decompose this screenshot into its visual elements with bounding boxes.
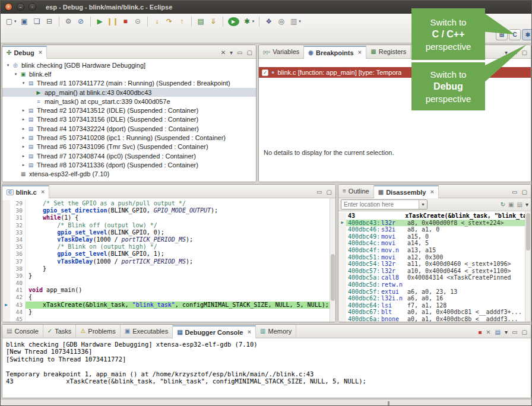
code-line[interactable]: 40	[2, 280, 335, 287]
expand-arrow-icon[interactable]: ▸	[20, 144, 27, 149]
tab-registers[interactable]: ▦Registers	[366, 45, 411, 58]
debug-tree-item[interactable]: ▾◎blink checking [GDB Hardware Debugging…	[2, 61, 256, 69]
code-line[interactable]: ▶43 xTaskCreate(&blink_task, "blink_task…	[2, 302, 335, 309]
close-icon[interactable]: ✕	[430, 189, 434, 195]
close-icon[interactable]: ✕	[39, 50, 43, 55]
maximize-icon[interactable]: ▢	[522, 189, 527, 195]
tab-tasks[interactable]: ✓Tasks	[43, 325, 77, 338]
open-console-dropdown-icon[interactable]: ▾	[505, 329, 508, 335]
disassembly-row[interactable]: 400dbc6a:bnonea0, a1, 0x400dbc8b <__addd…	[338, 316, 531, 322]
tab-breakpoints[interactable]: ◉Breakpoints✕	[304, 46, 366, 59]
expand-arrow-icon[interactable]: ▸	[20, 126, 27, 131]
close-icon[interactable]: ✕	[41, 189, 45, 195]
build-icon[interactable]: ⚙	[63, 16, 74, 27]
maximize-icon[interactable]: ▢	[522, 329, 527, 335]
tab-memory[interactable]: ▥Memory	[256, 325, 296, 338]
minimize-icon[interactable]: ▭	[316, 189, 322, 195]
tab-debugger-console[interactable]: ▤Debugger Console✕	[173, 325, 256, 338]
debug-dropdown-icon[interactable]: ▾	[252, 19, 255, 24]
minimize-icon[interactable]: ▭	[237, 50, 242, 56]
collapse-arrow-icon[interactable]: ▾	[12, 72, 19, 77]
show-source-icon[interactable]: ▣	[508, 202, 514, 208]
minimize-icon[interactable]: ▭	[512, 189, 517, 195]
location-input[interactable]	[341, 200, 419, 209]
display-selected-console-icon[interactable]: ▤	[495, 329, 501, 335]
minimize-icon[interactable]: ▭	[512, 329, 517, 335]
refresh-icon[interactable]: ↻	[501, 202, 505, 208]
suspend-icon[interactable]: ❙❙	[107, 16, 119, 27]
tab-blink-c[interactable]: Cblink.c✕	[2, 185, 49, 198]
debug-tree-item[interactable]: ▸▤Thread #3 1073413156 (IDLE) (Suspended…	[2, 115, 256, 124]
skip-all-breakpoints-icon[interactable]: ⊘	[75, 16, 87, 27]
code-line[interactable]: 30 gpio_set_direction(BLINK_GPIO, GPIO_M…	[2, 207, 335, 214]
code-line[interactable]: 35 /* Blink on (output high) */	[2, 243, 335, 250]
debug-tree-item[interactable]: ≡main_task() at cpu_start.c:339 0x400d05…	[2, 97, 256, 106]
view-menu-icon[interactable]: ▾	[230, 50, 233, 56]
expand-arrow-icon[interactable]: ▸	[20, 135, 27, 140]
window-close-button[interactable]: ✕	[5, 3, 12, 11]
terminate-icon[interactable]: ■	[120, 16, 131, 27]
combo-dropdown-icon[interactable]: ▼	[419, 200, 427, 209]
breakpoint-row[interactable]: ✓ ● blink.c [function: app_main] [type: …	[259, 67, 531, 78]
step-over-icon[interactable]: ↷	[164, 16, 175, 27]
editor-scrollbar[interactable]	[330, 198, 335, 322]
minimize-icon[interactable]: ▭	[512, 50, 517, 56]
disassembly-row[interactable]: 400dbc54:l32ra11, 0x400d0460 <_stext+109…	[338, 261, 531, 268]
close-icon[interactable]: ✕	[247, 329, 251, 335]
location-combo[interactable]: ▼	[341, 199, 428, 210]
code-line[interactable]: 29 /* Set the GPIO as a push/pull output…	[2, 200, 335, 207]
disassembly-row[interactable]: 400dbc5f:extuia6, a0, 23, 13	[338, 288, 531, 296]
run-icon[interactable]: ▶	[228, 17, 239, 26]
code-line[interactable]: 42{	[2, 294, 335, 301]
tab-console[interactable]: ▤Console	[2, 325, 43, 338]
code-line[interactable]: 34 vTaskDelay(1000 / portTICK_PERIOD_MS)…	[2, 236, 335, 243]
collapse-arrow-icon[interactable]: ▾	[5, 63, 11, 68]
disasm-menu-icon[interactable]: ▾	[525, 202, 528, 208]
search-icon[interactable]: ◎	[276, 16, 287, 27]
debug-tree-item[interactable]: ▾▣blink.elf	[2, 69, 256, 78]
disassembly-row[interactable]: 400dbc46:s32ia8, a1, 0	[338, 226, 531, 233]
maximize-icon[interactable]: ▢	[327, 189, 332, 195]
new-wizard-icon[interactable]: ▢	[4, 16, 15, 27]
disassembly-row[interactable]: 400dbc4c:movia14, 5	[338, 240, 531, 247]
disassembly-row[interactable]: 43 xTaskCreate(&blink_task, "blink_tas	[338, 212, 531, 220]
code-line[interactable]: 37 vTaskDelay(1000 / portTICK_PERIOD_MS)…	[2, 258, 335, 265]
debug-tree-item[interactable]: ▸▤Thread #7 1073408744 (ipc0) (Suspended…	[2, 151, 256, 160]
code-line[interactable]: 41void app_main()	[2, 287, 335, 294]
disconnect-icon[interactable]: ⊝	[132, 16, 144, 27]
debug-tree-item[interactable]: ▸▤Thread #4 1073432224 (dport) (Suspende…	[2, 124, 256, 133]
code-line[interactable]: 33 gpio_set_level(BLINK_GPIO, 0);	[2, 229, 335, 236]
tab-disassembly[interactable]: ▦Disassembly✕	[374, 185, 439, 198]
expand-arrow-icon[interactable]: ▸	[20, 163, 27, 167]
code-line[interactable]: 39}	[2, 272, 335, 280]
disassembly-row[interactable]: 400dbc67:blta0, a1, 0x400dbc81 <__adddf3…	[338, 309, 531, 316]
drop-to-frame-icon[interactable]: ⇓	[208, 16, 219, 27]
sync-with-pc-icon[interactable]: ▤	[517, 202, 522, 208]
tab-variables[interactable]: (x)=Variables	[259, 45, 304, 58]
editor-scrollbar-thumb[interactable]	[331, 254, 335, 301]
code-line[interactable]: 44}	[2, 309, 335, 316]
disassembly-row[interactable]: 400dbc57:l32ra10, 0x400d0464 <_stext+110…	[338, 268, 531, 275]
code-line[interactable]: 31 while(1) {	[2, 214, 335, 221]
code-line[interactable]: 36 gpio_set_level(BLINK_GPIO, 1);	[2, 250, 335, 258]
tab-outline[interactable]: ≡Outline	[338, 185, 374, 198]
code-line[interactable]: 45	[2, 316, 335, 322]
terminate-icon[interactable]: ■	[478, 329, 482, 335]
disassembly-row[interactable]: 400dbc49:movia15, 0	[338, 233, 531, 240]
debug-tree-item[interactable]: ▸▤Thread #2 1073413512 (IDLE) (Suspended…	[2, 106, 256, 115]
new-wizard-dropdown-icon[interactable]: ▾	[14, 19, 17, 24]
disassembly-scrollbar[interactable]	[525, 211, 531, 322]
breakpoint-checkbox[interactable]: ✓	[262, 69, 268, 76]
expand-arrow-icon[interactable]: ▸	[20, 154, 27, 158]
save-icon[interactable]: ▣	[19, 16, 30, 27]
save-all-icon[interactable]: ❏	[31, 16, 43, 27]
window-maximize-button[interactable]: ▫	[28, 3, 36, 11]
disassembly-row[interactable]: ▶400dbc43:l32ra8, 0x400d00f8 <_stext+224…	[338, 220, 531, 227]
debug-icon[interactable]: ✱	[242, 16, 253, 27]
disassembly-row[interactable]: 400dbc5d:retw.n	[338, 281, 531, 288]
disassembly-row[interactable]: 400dbc51:movia12, 0x300	[338, 254, 531, 261]
debug-tree-item[interactable]: ▶app_main() at blink.c:43 0x400dbc43	[2, 88, 256, 97]
new-cpp-project-icon[interactable]: ❖	[263, 16, 274, 27]
disassembly-row[interactable]: 400dbc62:l32i.na6, a0, 16	[338, 295, 531, 302]
resume-icon[interactable]: ▶	[94, 16, 106, 27]
